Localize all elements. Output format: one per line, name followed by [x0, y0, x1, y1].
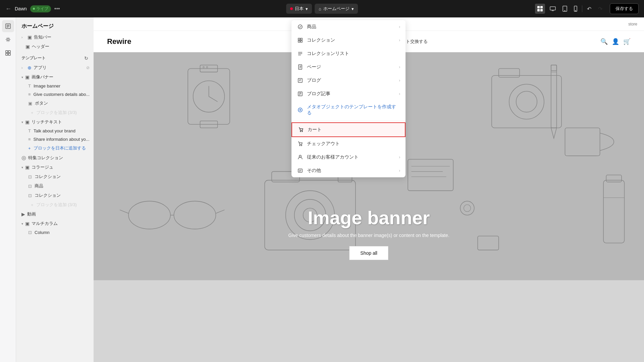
- tree-item-image-banner[interactable]: ▾ ▣ 画像バナー: [16, 72, 94, 82]
- more-button[interactable]: •••: [54, 6, 60, 12]
- svg-rect-70: [298, 78, 302, 82]
- template-type-dropdown: 商品 › コレクション › コレクションリスト: [291, 20, 406, 177]
- sub-item-image-banner-title[interactable]: T Image banner: [16, 82, 94, 90]
- sub-item-button[interactable]: ▣ ボタン: [16, 99, 94, 108]
- svg-rect-52: [603, 180, 624, 243]
- chevron-icon: ›: [21, 66, 25, 70]
- sidebar-settings-icon[interactable]: [2, 34, 14, 46]
- templates-section-label: テンプレート ↻: [16, 51, 94, 63]
- dropdown-item-products[interactable]: 商品 ›: [291, 20, 406, 34]
- apps-label: アプリ: [34, 65, 84, 71]
- collection-list-icon: [297, 50, 304, 57]
- desc-icon: ≡: [28, 92, 31, 97]
- header-label: ヘッダー: [32, 44, 90, 50]
- collections-chevron: ›: [399, 38, 400, 43]
- svg-rect-15: [6, 51, 8, 53]
- tree-item-collage[interactable]: ▾ ▣ コラージュ: [16, 163, 94, 172]
- mobile-view-button[interactable]: [572, 4, 579, 14]
- shop-all-button[interactable]: Shop all: [349, 246, 388, 260]
- meta-label: メタオブジェクトのテンプレートを作成する: [307, 104, 400, 116]
- monitor-view-button[interactable]: [548, 4, 558, 13]
- save-button[interactable]: 保存する: [610, 3, 639, 14]
- multicolumn-label: マルチカラム: [32, 221, 90, 227]
- tree-item-featured[interactable]: ◎ 特集コレクション: [16, 153, 94, 163]
- sub-item-collection2[interactable]: ⊡ コレクション: [16, 191, 94, 200]
- collage-icon: ▣: [25, 165, 30, 170]
- dropdown-item-meta[interactable]: メタオブジェクトのテンプレートを作成する: [291, 101, 406, 119]
- tree-item-rich-text[interactable]: ▾ ▣ リッチテキスト: [16, 117, 94, 127]
- lang-selector[interactable]: 日本 ▾: [286, 4, 312, 14]
- sub-item-share[interactable]: ≡ Share information about yo...: [16, 135, 94, 143]
- collection-list-label: コレクションリスト: [307, 51, 400, 57]
- sub-item-collection1[interactable]: ⊡ コレクション: [16, 172, 94, 181]
- redo-button[interactable]: ↷: [596, 4, 604, 14]
- cart-icon: [298, 126, 304, 133]
- rich-text-label: リッチテキスト: [32, 119, 90, 125]
- sub-item-product1[interactable]: ⊡ 商品: [16, 181, 94, 191]
- dropdown-item-page[interactable]: ページ ›: [291, 60, 406, 74]
- sub-item-brand[interactable]: T Talk about your brand: [16, 127, 94, 135]
- tree-item-multicolumn[interactable]: ▾ ▣ マルチカラム: [16, 219, 94, 228]
- dropdown-item-legacy[interactable]: 従来のお客様アカウント ›: [291, 150, 406, 164]
- sidebar: ホームページ › ▣ 告知バー ▣ ヘッダー テンプレート ↻: [0, 17, 94, 362]
- refresh-icon[interactable]: ↻: [84, 56, 88, 61]
- top-bar-center: 日本 ▾ ⌂ ホームページ ▾: [286, 4, 358, 14]
- top-bar-right: ↶ ↷ 保存する: [535, 3, 639, 14]
- dropdown-item-checkout[interactable]: チェックアウト: [291, 137, 406, 150]
- tree-item-video[interactable]: ▶ 動画: [16, 209, 94, 219]
- tree-item-header[interactable]: ▣ ヘッダー: [16, 42, 94, 51]
- featured-label: 特集コレクション: [28, 155, 90, 161]
- tree-item-apps[interactable]: › ⊕ アプリ ⊘: [16, 63, 94, 72]
- dropdown-item-collection-list[interactable]: コレクションリスト: [291, 47, 406, 60]
- add-block-label: ブロックを追加 (3/3): [36, 110, 77, 116]
- svg-point-44: [516, 91, 537, 112]
- dropdown-item-cart[interactable]: カート: [291, 122, 406, 137]
- page-selector[interactable]: ⌂ ホームページ ▾: [315, 4, 358, 14]
- share-label: Share information about yo...: [34, 137, 90, 142]
- collage-label: コラージュ: [32, 164, 90, 170]
- blog-chevron: ›: [399, 78, 400, 83]
- svg-rect-3: [540, 9, 543, 11]
- top-bar-left: ← Dawn ライブ •••: [5, 5, 60, 12]
- add-block-image-banner[interactable]: + ブロックを追加 (3/3): [16, 108, 94, 117]
- sub-item-column[interactable]: ⊡ Column: [16, 228, 94, 237]
- live-badge: ライブ: [30, 5, 51, 12]
- collection2-label: コレクション: [35, 192, 61, 198]
- svg-rect-61: [298, 41, 300, 42]
- dropdown-item-blog-post[interactable]: ブログ記事 ›: [291, 87, 406, 101]
- apps-icon: ⊕: [28, 65, 32, 70]
- blog-post-icon: [297, 90, 304, 97]
- dropdown-item-blog[interactable]: ブログ ›: [291, 74, 406, 87]
- announcement-icon: ▣: [28, 35, 32, 40]
- svg-rect-53: [606, 175, 622, 182]
- add-icon: +: [28, 146, 31, 151]
- sidebar-pages-icon[interactable]: [2, 20, 14, 32]
- meta-icon: [297, 107, 304, 113]
- product1-label: 商品: [35, 183, 43, 189]
- dropdown-item-collections[interactable]: コレクション ›: [291, 34, 406, 47]
- text-icon: T: [28, 128, 31, 133]
- dropdown-item-other[interactable]: その他 ›: [291, 164, 406, 177]
- product-icon: ⊡: [28, 184, 32, 189]
- svg-rect-45: [499, 68, 520, 77]
- grid-view-button[interactable]: [535, 4, 545, 14]
- checkout-label: チェックアウト: [307, 141, 400, 147]
- sidebar-apps-icon[interactable]: [2, 47, 14, 59]
- undo-button[interactable]: ↶: [585, 4, 593, 14]
- tablet-view-button[interactable]: [560, 4, 569, 14]
- svg-rect-46: [565, 128, 600, 156]
- top-bar: ← Dawn ライブ ••• 日本 ▾ ⌂ ホームページ ▾: [0, 0, 644, 17]
- tree-item-announcement[interactable]: › ▣ 告知バー: [16, 33, 94, 42]
- content-area: store Rewire ホー... お友... アカウント アイテムとポイント…: [94, 17, 644, 362]
- svg-marker-39: [551, 128, 557, 138]
- back-button[interactable]: ←: [5, 5, 11, 12]
- legacy-label: 従来のお客様アカウント: [307, 154, 395, 160]
- svg-rect-1: [540, 6, 543, 8]
- blog-post-label: ブログ記事: [307, 91, 395, 97]
- add-block-rich-text[interactable]: + ブロックを日本に追加する: [16, 143, 94, 153]
- add-block-collage[interactable]: + ブロックを追加 (3/3): [16, 200, 94, 209]
- blog-post-chevron: ›: [399, 92, 400, 96]
- button-label: ボタン: [35, 100, 48, 106]
- svg-rect-60: [301, 38, 302, 40]
- sub-item-image-banner-desc[interactable]: ≡ Give customers details abo...: [16, 90, 94, 99]
